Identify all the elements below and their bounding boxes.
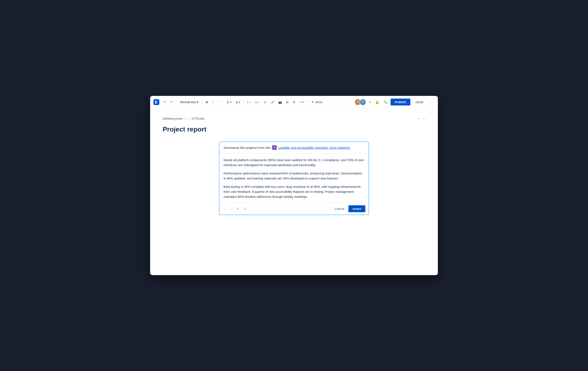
- breadcrumb-expand[interactable]: ← →: [417, 117, 425, 121]
- layout-button[interactable]: ⋇: [291, 99, 297, 105]
- svg-point-5: [362, 101, 364, 103]
- cancel-button[interactable]: Cancel: [332, 205, 347, 212]
- more-options-button[interactable]: ⋯: [429, 99, 435, 105]
- breadcrumb: Marketing team / ... / GTM plan ← →: [163, 117, 425, 121]
- expand-left-icon: ←: [417, 117, 420, 121]
- separator-5: [307, 100, 307, 105]
- more-options-icon: ⋯: [430, 100, 433, 104]
- bold-button[interactable]: B: [204, 99, 210, 105]
- text-color-icon: A: [236, 101, 238, 104]
- search-button[interactable]: 🔍: [382, 99, 389, 105]
- ai-footer-right: Cancel Insert: [332, 205, 365, 212]
- separator-3: [223, 100, 223, 105]
- ai-regenerate-button[interactable]: ↻: [235, 206, 241, 212]
- ai-prompt-bar: Summarise the progress from this ⚡ Usabi…: [219, 142, 369, 153]
- ai-paragraph-2: Performance optimizations have resolved …: [223, 171, 365, 181]
- table-button[interactable]: ⊞: [284, 99, 290, 105]
- avatar-2: [359, 99, 366, 105]
- task-list-icon: ☑: [264, 101, 266, 104]
- text-style-chevron: ▾: [197, 100, 199, 104]
- content-area: Marketing team / ... / GTM plan ← → Proj…: [150, 108, 438, 275]
- italic-button[interactable]: I: [210, 99, 215, 105]
- task-list-button[interactable]: ☑: [262, 99, 268, 105]
- ai-next-button[interactable]: ›: [229, 206, 233, 212]
- ai-bolt-icon: ⚡: [272, 145, 277, 150]
- toolbar-right: + 🔒 🔍 Publish Close ⋯: [355, 98, 435, 106]
- write-label: Write: [315, 100, 322, 104]
- breadcrumb-marketing-team[interactable]: Marketing team: [163, 117, 183, 120]
- numbered-list-icon: 1—: [255, 101, 260, 104]
- align-chevron: ▾: [230, 101, 231, 104]
- separator-2: [202, 100, 202, 105]
- more-insert-button[interactable]: + ▾: [298, 99, 305, 105]
- link-icon: 🔗: [271, 101, 274, 104]
- more-insert-icon: +: [299, 101, 301, 104]
- text-style-dropdown[interactable]: Normal text ▾: [178, 99, 200, 105]
- text-color-button[interactable]: A ▾: [234, 99, 242, 105]
- ai-paragraph-3: Beta testing is 20% complete with key us…: [223, 184, 365, 199]
- page-title: Project report: [163, 125, 425, 133]
- bullet-list-button[interactable]: •—: [245, 99, 253, 105]
- ai-content: Nearly all platform components (90%) hav…: [219, 153, 369, 203]
- add-collaborator-button[interactable]: +: [368, 99, 372, 105]
- expand-right-icon: →: [422, 117, 425, 121]
- breadcrumb-ellipsis[interactable]: ...: [186, 117, 189, 120]
- link-button[interactable]: 🔗: [269, 99, 276, 105]
- ai-footer: ‹ › ↻ ⎙ Cancel Insert: [219, 203, 369, 215]
- lock-icon: 🔒: [375, 100, 379, 104]
- image-icon: 📷: [278, 101, 282, 104]
- insert-button[interactable]: Insert: [348, 205, 365, 212]
- align-icon: ☰: [226, 101, 229, 104]
- plus-icon: +: [369, 100, 371, 104]
- publish-button[interactable]: Publish: [390, 99, 410, 105]
- more-insert-chevron: ▾: [302, 101, 303, 104]
- breadcrumb-sep-1: /: [184, 117, 185, 120]
- separator-4: [243, 100, 244, 105]
- ai-prompt-link[interactable]: Usability and Accessibility Overhaul: 20…: [278, 146, 350, 149]
- layout-icon: ⋇: [293, 101, 295, 104]
- lock-button[interactable]: 🔒: [374, 99, 380, 105]
- ai-prompt-prefix: Summarise the progress from this: [223, 146, 271, 149]
- ai-panel: Summarise the progress from this ⚡ Usabi…: [219, 142, 369, 215]
- breadcrumb-gtm-plan[interactable]: GTM plan: [192, 117, 205, 120]
- close-button[interactable]: Close: [412, 98, 427, 106]
- align-button[interactable]: ☰ ▾: [225, 99, 233, 105]
- image-button[interactable]: 📷: [277, 99, 284, 105]
- undo-button[interactable]: ↶: [162, 99, 168, 105]
- avatar-2-image: [360, 99, 366, 105]
- separator-1: [176, 100, 176, 105]
- toolbar: ↶ ↷ Normal text ▾ B I ··· ☰ ▾ A ▾: [150, 96, 438, 108]
- bullet-list-icon: •—: [247, 101, 251, 104]
- redo-button[interactable]: ↷: [168, 99, 174, 105]
- search-icon: 🔍: [383, 100, 388, 104]
- app-logo[interactable]: [153, 99, 159, 105]
- bold-icon: B: [206, 100, 208, 104]
- ai-prev-button[interactable]: ‹: [223, 206, 227, 212]
- table-icon: ⊞: [286, 101, 289, 104]
- more-icon: ···: [217, 101, 220, 104]
- write-ai-button[interactable]: ✦ Write: [309, 99, 325, 105]
- editor-window: ↶ ↷ Normal text ▾ B I ··· ☰ ▾ A ▾: [150, 96, 438, 275]
- text-style-label: Normal text: [180, 100, 196, 104]
- breadcrumb-sep-2: /: [190, 117, 190, 120]
- numbered-list-button[interactable]: 1—: [253, 99, 261, 105]
- more-formatting-button[interactable]: ···: [216, 99, 221, 105]
- text-color-chevron: ▾: [239, 101, 240, 104]
- collaborator-avatars: [355, 99, 366, 105]
- svg-point-2: [357, 101, 359, 103]
- ai-paragraph-1: Nearly all platform components (90%) hav…: [223, 158, 365, 168]
- italic-icon: I: [212, 100, 213, 104]
- ai-copy-button[interactable]: ⎙: [242, 206, 248, 212]
- sparkle-icon: ✦: [311, 100, 314, 104]
